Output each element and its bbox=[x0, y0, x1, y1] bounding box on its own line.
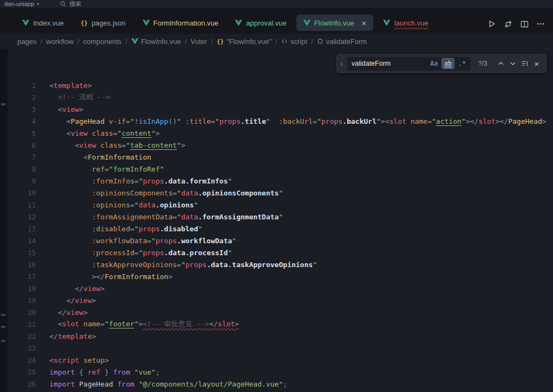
project-menu[interactable]: dan-uniapp ▾ bbox=[4, 1, 39, 7]
compare-changes-button[interactable] bbox=[501, 17, 515, 31]
code-line: 7 <FormInformation bbox=[8, 151, 553, 163]
breadcrumb-label: Vuter bbox=[190, 37, 207, 46]
line-number: 14 bbox=[8, 237, 36, 245]
tab-flowinfo-vue[interactable]: FlowInfo.vue× bbox=[296, 15, 373, 31]
breadcrumb-item-workflow[interactable]: workflow bbox=[46, 37, 74, 46]
code-line-text: import PageHead from "@/components/layou… bbox=[36, 380, 287, 388]
code-line-text: :disabled="props.disabled" bbox=[36, 225, 202, 233]
code-line: 26import PageHead from "@/components/lay… bbox=[8, 378, 553, 390]
find-next-button[interactable] bbox=[507, 58, 519, 69]
more-icon bbox=[536, 20, 545, 28]
code-line: 20 </view> bbox=[8, 306, 553, 318]
vue-icon bbox=[131, 38, 138, 45]
code-line-text: <view> bbox=[36, 105, 84, 113]
code-line: 16 :taskApproveOpinions="props.data.task… bbox=[8, 258, 553, 270]
breadcrumb-separator: / bbox=[275, 37, 277, 46]
tab-approval-vue[interactable]: approval.vue bbox=[228, 15, 293, 31]
code-line: 8 ref="formInfoRef" bbox=[8, 163, 553, 175]
breadcrumb-item-validateform[interactable]: validateForm bbox=[317, 37, 367, 46]
code-line: 2 <!-- 流程 --> bbox=[8, 91, 553, 103]
code-line: 25import { ref } from "vue"; bbox=[8, 366, 553, 378]
tab-index-vue[interactable]: Index.vue bbox=[15, 15, 71, 31]
find-previous-button[interactable] bbox=[495, 58, 507, 69]
line-number: 16 bbox=[8, 261, 36, 269]
code-line-text: <template> bbox=[36, 81, 92, 90]
symbol-module-icon bbox=[281, 38, 288, 45]
line-number: 4 bbox=[8, 117, 36, 125]
tab-label: approval.vue bbox=[246, 19, 286, 27]
code-line: 24<script setup> bbox=[8, 354, 553, 366]
code-line-text: </view> bbox=[36, 296, 96, 305]
left-strip bbox=[0, 49, 8, 392]
braces-icon: {} bbox=[80, 20, 87, 26]
vue-icon bbox=[383, 20, 390, 26]
breadcrumb-item-flowinfo-vue[interactable]: FlowInfo.vue bbox=[131, 37, 181, 46]
line-number: 21 bbox=[8, 320, 36, 328]
code-line: 5 <view class="content"> bbox=[8, 127, 553, 139]
find-toggles: Aaab.* bbox=[428, 58, 469, 69]
code-line-text: :formAssignmentData="data.formAssignment… bbox=[36, 213, 283, 221]
tab-label: FormInformation.vue bbox=[154, 19, 219, 27]
split-editor-button[interactable] bbox=[517, 17, 531, 31]
compare-icon bbox=[504, 20, 512, 28]
line-number: 20 bbox=[8, 308, 36, 317]
breadcrumb-label: components bbox=[83, 37, 122, 46]
tab-launch-vue[interactable]: launch.vue bbox=[376, 15, 435, 31]
line-number: 6 bbox=[8, 141, 36, 149]
breadcrumb-separator: / bbox=[40, 37, 42, 46]
code-line: 4 <PageHead v-if="!isInApp()" :title="pr… bbox=[8, 115, 553, 127]
line-number: 8 bbox=[8, 165, 36, 173]
breadcrumb-item-components[interactable]: components bbox=[83, 37, 122, 46]
line-number: 5 bbox=[8, 129, 36, 137]
line-number: 25 bbox=[8, 368, 36, 376]
find-expand-toggle[interactable]: › bbox=[337, 55, 346, 72]
editor: › Aaab.* ?/3 × 1<template>2 <!-- 流程 -->3… bbox=[0, 49, 553, 392]
line-number: 3 bbox=[8, 105, 36, 113]
code-line-text: :opinions="data.opinions" bbox=[36, 201, 198, 209]
find-in-selection-icon bbox=[521, 60, 529, 67]
breadcrumb-separator: / bbox=[211, 37, 213, 46]
titlebar-search[interactable]: 搜索 bbox=[60, 0, 81, 8]
line-number: 22 bbox=[8, 332, 36, 340]
line-number: 7 bbox=[8, 153, 36, 161]
find-toggle-match-case[interactable]: Aa bbox=[428, 58, 441, 69]
tab-label: Index.vue bbox=[33, 19, 63, 27]
code-line: 19 </view> bbox=[8, 294, 553, 306]
find-results-count: ?/3 bbox=[478, 60, 487, 67]
strip-mark bbox=[1, 103, 5, 105]
code-line-text: import { ref } from "vue"; bbox=[36, 368, 160, 376]
find-toggle-whole-word[interactable]: ab bbox=[442, 58, 455, 69]
split-icon bbox=[520, 20, 529, 28]
line-number: 11 bbox=[8, 201, 36, 209]
vue-icon bbox=[303, 20, 310, 26]
breadcrumb-separator: / bbox=[125, 37, 128, 46]
project-name: dan-uniapp bbox=[4, 1, 34, 7]
more-actions-button[interactable] bbox=[533, 17, 548, 31]
code-line: 15 :processId="props.data.processId" bbox=[8, 246, 553, 258]
chevron-right-icon: › bbox=[340, 59, 343, 68]
close-tab-icon[interactable]: × bbox=[362, 19, 367, 27]
code-line: 9 :formInfos="props.data.formInfos" bbox=[8, 175, 553, 187]
find-close-button[interactable]: × bbox=[531, 58, 543, 69]
run-button[interactable] bbox=[485, 17, 499, 31]
symbol-method-icon bbox=[317, 38, 323, 45]
breadcrumb-item-vuter[interactable]: Vuter bbox=[190, 37, 207, 46]
find-input[interactable] bbox=[352, 60, 428, 67]
find-in-selection-button[interactable] bbox=[519, 58, 531, 69]
breadcrumb-label: FlowInfo.vue bbox=[141, 37, 181, 46]
tab-label: launch.vue bbox=[394, 19, 428, 27]
tab-pages-json[interactable]: {}pages.json bbox=[73, 15, 132, 31]
code-line-text: ref="formInfoRef" bbox=[36, 165, 164, 173]
breadcrumb-item-flowinfo-vue[interactable]: {}"FlowInfo.vue" bbox=[217, 37, 271, 46]
code-line: 12 :formAssignmentData="data.formAssignm… bbox=[8, 211, 553, 223]
line-number: 12 bbox=[8, 213, 36, 221]
tab-forminformation-vue[interactable]: FormInformation.vue bbox=[136, 15, 226, 31]
tabs-container: Index.vue{}pages.jsonFormInformation.vue… bbox=[15, 15, 435, 31]
find-toggle-regex[interactable]: .* bbox=[455, 58, 468, 69]
code-line-text: :workflowData="props.workflowData" bbox=[36, 237, 236, 245]
breadcrumb-item-pages[interactable]: pages bbox=[17, 37, 36, 46]
breadcrumb-item-script[interactable]: script bbox=[281, 37, 307, 46]
code-line-text: <FormInformation bbox=[36, 153, 151, 161]
line-number: 15 bbox=[8, 249, 36, 257]
breadcrumb-label: "FlowInfo.vue" bbox=[227, 37, 272, 46]
